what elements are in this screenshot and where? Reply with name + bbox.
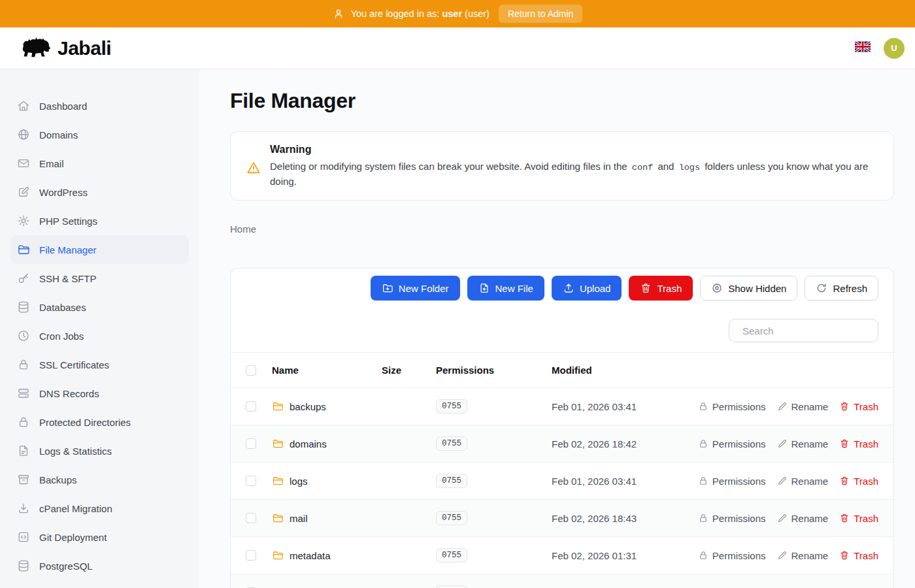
file-text-icon: [17, 444, 30, 457]
sidebar-item-label: Databases: [39, 302, 86, 313]
lock-icon: [698, 513, 708, 523]
permissions-action[interactable]: Permissions: [698, 513, 766, 524]
sidebar-item-dashboard[interactable]: Dashboard: [10, 91, 189, 120]
warning-alert: Warning Deleting or modifying system fil…: [230, 131, 894, 201]
sidebar-item-logs-statistics[interactable]: Logs & Statistics: [10, 436, 189, 465]
sidebar-item-file-manager[interactable]: File Manager: [10, 235, 189, 264]
folder-icon: [272, 512, 284, 524]
folder-icon: [17, 243, 30, 256]
trash-button[interactable]: Trash: [629, 276, 693, 301]
rename-action[interactable]: Rename: [777, 550, 829, 561]
sidebar-item-databases[interactable]: Databases: [10, 293, 189, 321]
sidebar-item-label: SSL Certificates: [39, 359, 109, 370]
row-checkbox[interactable]: [246, 438, 256, 449]
permissions-action[interactable]: Permissions: [698, 401, 766, 412]
trash-action[interactable]: Trash: [839, 476, 878, 487]
permissions-action[interactable]: Permissions: [698, 476, 766, 487]
sidebar-item-git-deployment[interactable]: Git Deployment: [10, 523, 189, 551]
table-header: Name Size Permissions Modified: [231, 352, 893, 387]
column-header-permissions: Permissions: [436, 365, 552, 376]
sidebar-item-label: File Manager: [39, 244, 97, 255]
column-header-modified: Modified: [552, 365, 878, 376]
sidebar-item-email[interactable]: Email: [10, 149, 189, 178]
database-icon: [17, 301, 30, 314]
sidebar-item-cron-jobs[interactable]: Cron Jobs: [10, 321, 189, 350]
trash-icon: [839, 550, 850, 561]
select-all-checkbox[interactable]: [246, 365, 256, 376]
new-folder-button[interactable]: New Folder: [371, 276, 460, 301]
sidebar-item-label: Backups: [39, 474, 77, 485]
key-icon: [17, 272, 30, 285]
permissions-badge: 0755: [436, 436, 467, 451]
table-row: mail 0755 Feb 02, 2026 18:43 Permissions…: [231, 499, 893, 536]
permissions-action[interactable]: Permissions: [698, 438, 766, 449]
impersonation-role: (user): [465, 8, 490, 19]
sidebar-item-protected-directories[interactable]: Protected Directories: [10, 408, 189, 436]
app-header: Jabali U: [0, 27, 915, 69]
boar-icon: [18, 37, 51, 60]
return-to-admin-button[interactable]: Return to Admin: [499, 5, 582, 23]
trash-action[interactable]: Trash: [839, 438, 878, 449]
trash-action[interactable]: Trash: [839, 513, 878, 524]
refresh-icon: [816, 282, 827, 294]
show-hidden-button[interactable]: Show Hidden: [700, 276, 797, 301]
page-title: File Manager: [230, 89, 894, 113]
file-name-link[interactable]: backups: [272, 400, 382, 412]
sidebar-item-backups[interactable]: Backups: [10, 465, 189, 494]
sidebar-item-label: Cron Jobs: [39, 331, 84, 342]
sidebar-item-domains[interactable]: Domains: [10, 120, 189, 149]
trash-action[interactable]: Trash: [839, 550, 878, 561]
rename-action[interactable]: Rename: [777, 438, 829, 449]
file-name-link[interactable]: metadata: [272, 549, 382, 561]
new-file-button[interactable]: New File: [467, 276, 544, 301]
rename-action[interactable]: Rename: [777, 513, 829, 524]
language-flag-icon[interactable]: [855, 41, 871, 55]
sidebar-item-partial[interactable]: [10, 580, 189, 588]
sidebar-item-dns-records[interactable]: DNS Records: [10, 379, 189, 408]
upload-icon: [563, 282, 574, 294]
upload-button[interactable]: Upload: [552, 276, 622, 301]
lock-icon: [17, 358, 30, 371]
rename-action[interactable]: Rename: [777, 401, 829, 412]
sidebar-item-php-settings[interactable]: PHP Settings: [10, 206, 189, 235]
lock-icon: [698, 550, 708, 561]
impersonation-message: You are logged in as: user (user): [333, 8, 490, 20]
impersonation-bar: You are logged in as: user (user) Return…: [0, 0, 915, 27]
lock-icon: [698, 476, 708, 486]
lock-icon: [698, 401, 708, 412]
search-input[interactable]: [742, 325, 873, 336]
sidebar-item-label: PostgreSQL: [39, 561, 93, 572]
row-checkbox[interactable]: [246, 550, 256, 561]
modified-date: Feb 01, 2026 03:41: [552, 476, 698, 487]
row-checkbox[interactable]: [246, 476, 256, 486]
sidebar-item-label: WordPress: [39, 187, 88, 198]
sidebar-item-ssh-sftp[interactable]: SSH & SFTP: [10, 264, 189, 293]
archive-icon: [17, 473, 30, 486]
sidebar-item-cpanel-migration[interactable]: cPanel Migration: [10, 494, 189, 523]
file-name-link[interactable]: mail: [272, 512, 382, 524]
brand-name: Jabali: [58, 37, 111, 59]
user-avatar[interactable]: U: [884, 38, 905, 59]
brand-logo[interactable]: Jabali: [18, 37, 111, 60]
modified-date: Feb 02, 2026 18:42: [552, 438, 698, 449]
sidebar-item-ssl-certificates[interactable]: SSL Certificates: [10, 350, 189, 379]
sidebar-item-postgresql[interactable]: PostgreSQL: [10, 551, 189, 580]
file-name-link[interactable]: domains: [272, 438, 382, 449]
row-checkbox[interactable]: [246, 401, 256, 412]
breadcrumb[interactable]: Home: [230, 223, 894, 235]
trash-icon: [839, 438, 850, 449]
permissions-action[interactable]: Permissions: [698, 550, 766, 561]
pencil-icon: [777, 550, 788, 561]
sidebar-item-label: DNS Records: [39, 388, 99, 399]
refresh-button[interactable]: Refresh: [805, 276, 878, 301]
database-icon: [17, 559, 30, 572]
trash-action[interactable]: Trash: [839, 401, 878, 412]
sidebar-item-wordpress[interactable]: WordPress: [10, 178, 189, 206]
permissions-badge: 0755: [436, 474, 467, 488]
row-checkbox[interactable]: [246, 513, 256, 523]
permissions-badge: 0755: [436, 548, 467, 563]
file-name-link[interactable]: logs: [272, 475, 382, 487]
download-icon: [17, 502, 30, 515]
rename-action[interactable]: Rename: [777, 476, 829, 487]
sidebar-item-label: PHP Settings: [39, 216, 97, 227]
